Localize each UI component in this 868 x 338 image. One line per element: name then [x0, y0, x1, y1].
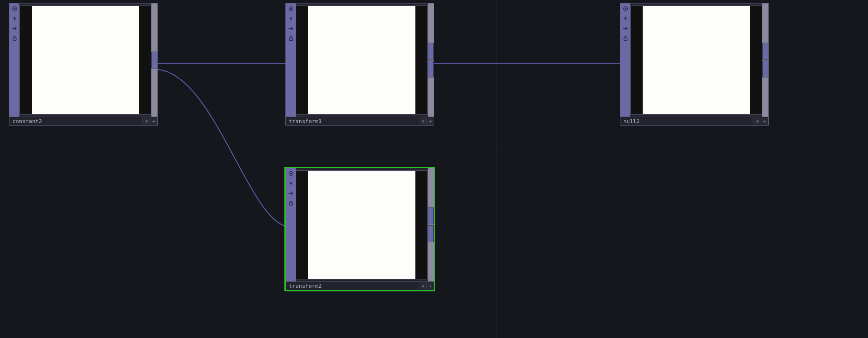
node-output-strip	[428, 3, 434, 117]
bolt-icon[interactable]	[10, 14, 18, 22]
node-output-strip	[151, 3, 157, 117]
preview-image	[308, 6, 415, 114]
node-constant2[interactable]: constant2 +	[9, 3, 158, 126]
node-toolstrip	[620, 3, 630, 117]
preview-image	[643, 6, 750, 114]
output-port[interactable]	[428, 225, 434, 242]
bolt-icon[interactable]	[287, 179, 295, 187]
node-null2[interactable]: null2 +	[620, 3, 769, 126]
node-add-button[interactable]: +	[761, 118, 768, 125]
node-viewer[interactable]	[630, 5, 762, 115]
lock-icon[interactable]	[621, 34, 629, 42]
svg-point-1	[14, 8, 15, 9]
node-add-button[interactable]: +	[426, 118, 434, 125]
output-port[interactable]	[428, 43, 434, 60]
target-icon[interactable]	[10, 4, 18, 12]
output-port[interactable]	[151, 52, 157, 68]
node-output-strip	[762, 3, 768, 117]
node-label[interactable]: transform2	[286, 282, 419, 290]
target-icon[interactable]	[287, 169, 295, 177]
lock-icon[interactable]	[287, 199, 295, 207]
svg-rect-11	[289, 203, 293, 205]
node-add-button[interactable]: +	[426, 282, 434, 289]
node-viewer[interactable]	[296, 5, 428, 115]
node-viewer[interactable]	[19, 5, 151, 115]
wire-constant2-transform2	[158, 69, 286, 226]
arrow-right-icon[interactable]	[287, 189, 295, 197]
preview-image	[308, 171, 415, 279]
svg-point-4	[290, 8, 291, 9]
node-transform1[interactable]: transform1 +	[285, 3, 434, 126]
arrow-right-icon[interactable]	[10, 24, 18, 32]
svg-rect-2	[13, 38, 16, 40]
node-toolstrip	[286, 3, 296, 117]
bolt-icon[interactable]	[287, 14, 295, 22]
lock-icon[interactable]	[287, 34, 295, 42]
node-add-button[interactable]: +	[150, 118, 157, 125]
svg-rect-5	[289, 38, 293, 40]
bolt-icon[interactable]	[621, 14, 629, 22]
node-label[interactable]: constant2	[9, 118, 142, 125]
node-toolstrip	[286, 168, 296, 281]
node-label[interactable]: transform1	[286, 118, 419, 125]
node-label[interactable]: null2	[620, 118, 753, 125]
node-toolstrip	[9, 3, 19, 117]
svg-point-7	[625, 8, 626, 9]
output-port[interactable]	[428, 207, 434, 224]
arrow-right-icon[interactable]	[621, 24, 629, 32]
node-flag-dot[interactable]	[419, 282, 426, 289]
node-flag-dot[interactable]	[142, 118, 150, 125]
arrow-right-icon[interactable]	[287, 24, 295, 32]
target-icon[interactable]	[287, 4, 295, 12]
node-flag-dot[interactable]	[419, 118, 426, 125]
svg-rect-8	[624, 38, 627, 40]
node-output-strip	[428, 168, 434, 281]
node-transform2[interactable]: transform2 +	[285, 168, 434, 290]
output-port[interactable]	[428, 61, 434, 77]
node-flag-dot[interactable]	[753, 118, 761, 125]
preview-image	[32, 6, 139, 114]
node-viewer[interactable]	[296, 170, 428, 279]
svg-point-10	[290, 173, 291, 174]
lock-icon[interactable]	[10, 34, 18, 42]
output-port[interactable]	[762, 43, 768, 60]
target-icon[interactable]	[621, 4, 629, 12]
output-port[interactable]	[762, 61, 768, 77]
